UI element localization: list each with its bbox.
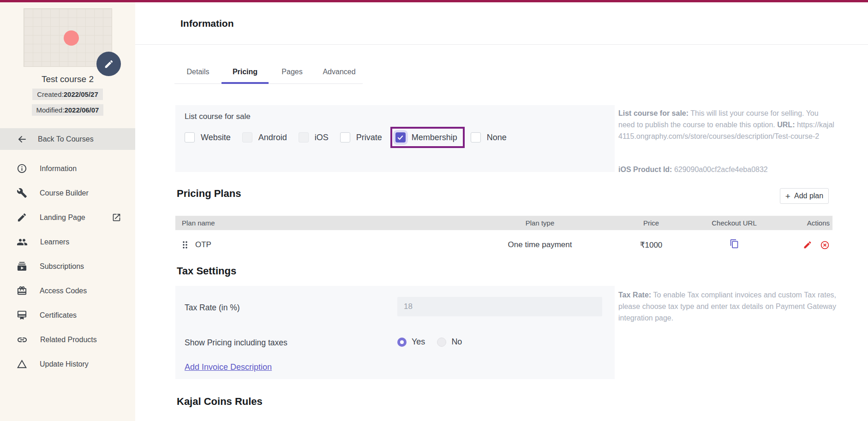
- url-label: URL:: [777, 121, 795, 129]
- no-radio-label: No: [451, 337, 462, 347]
- copy-checkout-url-icon[interactable]: [730, 239, 739, 249]
- android-checkbox[interactable]: [242, 132, 252, 142]
- pricing-plans-table: Plan name Plan type Price Checkout URL A…: [175, 216, 832, 260]
- sidebar-item-label: Certificates: [40, 311, 77, 320]
- created-date-badge: Created:2022/05/27: [32, 89, 103, 100]
- sidebar-item-label: Landing Page: [40, 213, 85, 222]
- column-price: Price: [609, 219, 693, 227]
- edit-course-image-button[interactable]: [96, 52, 121, 76]
- back-to-courses-label: Back To Courses: [38, 135, 94, 143]
- gift-icon: [17, 285, 27, 296]
- table-header-row: Plan name Plan type Price Checkout URL A…: [175, 216, 832, 230]
- subscriptions-icon: [17, 261, 27, 272]
- sidebar-item-information[interactable]: Information: [0, 156, 135, 181]
- checkbox-membership[interactable]: Membership: [395, 132, 457, 142]
- column-actions: Actions: [775, 219, 832, 227]
- sidebar-item-landing-page[interactable]: Landing Page: [0, 205, 135, 230]
- column-plan-name: Plan name: [175, 219, 471, 227]
- sidebar-item-learners[interactable]: Learners: [0, 230, 135, 254]
- edit-plan-icon[interactable]: [803, 240, 812, 250]
- pricing-plans-title: Pricing Plans: [177, 188, 241, 200]
- certificate-icon: [17, 310, 27, 320]
- checkbox-website[interactable]: Website: [185, 132, 231, 142]
- checkbox-label: Private: [356, 133, 382, 142]
- main-content: Information Details Pricing Pages Advanc…: [135, 2, 868, 421]
- add-plan-label: Add plan: [794, 192, 823, 200]
- sidebar-nav: Information Course Builder Landing Page …: [0, 156, 135, 376]
- sale-options-row: Website Android iOS Private Membership: [185, 132, 605, 142]
- checkbox-label: None: [487, 133, 507, 142]
- warning-triangle-icon: [17, 359, 27, 369]
- yes-radio-label: Yes: [412, 337, 425, 347]
- column-checkout-url: Checkout URL: [693, 219, 775, 227]
- kajal-coins-rules-title: Kajal Coins Rules: [177, 396, 263, 408]
- info-icon: [17, 163, 27, 174]
- ios-product-id: iOS Product Id: 629090a00cf2acfe4eba0832: [618, 164, 836, 175]
- tab-details[interactable]: Details: [174, 63, 221, 83]
- drag-handle-icon[interactable]: [182, 240, 188, 249]
- sidebar-item-course-builder[interactable]: Course Builder: [0, 181, 135, 205]
- tax-help-text: Tax Rate: To enable Tax compliant invoic…: [618, 289, 836, 324]
- tax-rate-label: Tax Rate (in %): [185, 303, 240, 313]
- add-plan-button[interactable]: + Add plan: [780, 188, 829, 204]
- checkbox-label: Website: [201, 133, 231, 142]
- external-link-icon[interactable]: [112, 213, 121, 222]
- tab-advanced[interactable]: Advanced: [316, 63, 363, 83]
- private-checkbox[interactable]: [340, 132, 350, 142]
- sidebar-item-access-codes[interactable]: Access Codes: [0, 279, 135, 303]
- plan-type-value: One time payment: [471, 240, 609, 249]
- tax-settings-title: Tax Settings: [177, 265, 236, 277]
- membership-checkbox[interactable]: [395, 132, 406, 142]
- back-to-courses-button[interactable]: Back To Courses: [0, 128, 135, 150]
- link-icon: [17, 334, 28, 345]
- sidebar-item-certificates[interactable]: Certificates: [0, 303, 135, 327]
- checkbox-android[interactable]: Android: [242, 132, 287, 142]
- list-course-for-sale-panel: List course for sale Website Android iOS…: [175, 105, 615, 172]
- sidebar-item-label: Information: [40, 165, 77, 173]
- checkbox-label: Android: [258, 133, 287, 142]
- tab-pages[interactable]: Pages: [269, 63, 316, 83]
- sale-help-bold: List course for sale:: [618, 109, 688, 117]
- list-course-for-sale-title: List course for sale: [185, 112, 605, 121]
- wrench-icon: [17, 188, 27, 198]
- checkbox-private[interactable]: Private: [340, 132, 382, 142]
- thumbnail-dot: [64, 30, 79, 46]
- delete-plan-icon[interactable]: [820, 240, 830, 250]
- membership-highlight-annotation: Membership: [390, 127, 465, 148]
- yes-radio[interactable]: [397, 338, 407, 347]
- sidebar-item-label: Course Builder: [40, 189, 89, 197]
- checkbox-label: Membership: [412, 133, 457, 142]
- plan-price-value: ₹1000: [609, 240, 693, 250]
- checkbox-ios[interactable]: iOS: [299, 132, 329, 142]
- show-pricing-radio-group: Yes No: [397, 337, 462, 347]
- tax-rate-input[interactable]: [397, 297, 602, 316]
- sale-help-text: List course for sale: This will list you…: [618, 107, 836, 142]
- none-checkbox[interactable]: [471, 132, 481, 142]
- checkbox-none[interactable]: None: [471, 132, 507, 142]
- tab-bar: Details Pricing Pages Advanced: [174, 63, 363, 84]
- check-icon: [397, 134, 404, 141]
- sidebar-item-related-products[interactable]: Related Products: [0, 327, 135, 352]
- tax-settings-panel: Tax Rate (in %) Show Pricing including t…: [175, 286, 615, 379]
- sidebar: Test course 2 Created:2022/05/27 Modifie…: [0, 2, 135, 421]
- tab-pricing[interactable]: Pricing: [221, 63, 269, 83]
- modified-date-badge: Modified:2022/06/07: [32, 104, 104, 116]
- sidebar-item-subscriptions[interactable]: Subscriptions: [0, 254, 135, 279]
- plus-icon: +: [785, 192, 790, 201]
- add-invoice-description-link[interactable]: Add Invoice Description: [185, 362, 272, 372]
- arrow-left-icon: [17, 134, 28, 145]
- website-checkbox[interactable]: [185, 132, 195, 142]
- page-header: Information: [135, 2, 868, 45]
- ios-checkbox[interactable]: [299, 132, 309, 142]
- sidebar-item-label: Access Codes: [40, 287, 87, 295]
- sidebar-item-label: Related Products: [40, 336, 97, 344]
- sidebar-item-update-history[interactable]: Update History: [0, 352, 135, 376]
- sidebar-item-label: Learners: [40, 238, 69, 246]
- brush-icon: [17, 212, 27, 223]
- sidebar-item-label: Update History: [40, 360, 89, 368]
- column-plan-type: Plan type: [471, 219, 609, 227]
- show-pricing-label: Show Pricing including taxes: [185, 338, 287, 348]
- no-radio[interactable]: [437, 338, 446, 347]
- plan-name-value: OTP: [195, 240, 211, 249]
- checkbox-label: iOS: [315, 133, 329, 142]
